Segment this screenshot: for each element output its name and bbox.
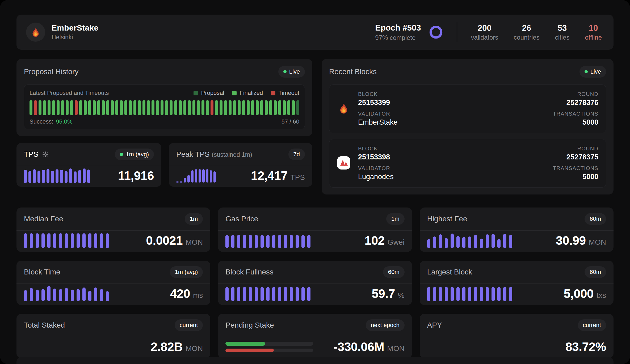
proposal-bar xyxy=(183,100,186,115)
proposal-bar xyxy=(206,100,209,115)
proposal-bar xyxy=(283,100,286,115)
block-left-col: BLOCK25153398VALIDATORLuganodes xyxy=(358,146,394,181)
card-pending-stake: Pending Stakenext epoch-330.06MMON xyxy=(218,314,412,358)
card-total-staked: Total Stakedcurrent2.82BMON xyxy=(16,314,210,358)
spark-bar xyxy=(255,235,258,248)
validator-logo-flame-icon xyxy=(26,23,45,42)
spark-bar xyxy=(439,234,442,248)
stake-progress xyxy=(225,342,313,352)
spark-bar xyxy=(187,175,190,183)
block-round-label: ROUND xyxy=(553,146,598,152)
stat-value: 26 xyxy=(514,23,539,33)
validator-identity[interactable]: EmberStake Helsinki xyxy=(26,23,98,42)
spark-bar xyxy=(53,289,56,301)
metric-value: 30.99 xyxy=(556,233,586,248)
proposal-bar xyxy=(88,100,91,115)
peak-tps-timeframe-badge: 7d xyxy=(288,149,305,160)
metric-sparkline xyxy=(427,233,512,248)
spark-bar xyxy=(65,171,68,183)
metric-unit: ms xyxy=(193,291,203,300)
spark-bar xyxy=(33,169,36,183)
spark-bar xyxy=(445,238,448,248)
timeframe-badge: current xyxy=(578,319,606,331)
metric-value: 102 xyxy=(365,233,385,248)
progress-track-red xyxy=(225,349,313,352)
spark-bar xyxy=(261,287,264,301)
metric-value-wrap: 30.99MON xyxy=(556,233,606,248)
spark-bar xyxy=(47,233,51,248)
spark-bar xyxy=(456,236,460,248)
metric-sparkline xyxy=(24,233,109,248)
metric-body: 102Gwei xyxy=(218,231,412,252)
spark-bar xyxy=(24,233,27,248)
epoch-info: Epoch #503 97% complete xyxy=(375,23,421,41)
spark-bar xyxy=(59,233,62,248)
stat-label: cities xyxy=(555,34,570,41)
metric-value: 420 xyxy=(170,286,190,301)
proposal-bar xyxy=(287,100,290,115)
spark-bar xyxy=(503,234,506,248)
metric-title: Total Staked xyxy=(24,321,65,329)
proposal-bar xyxy=(48,100,51,115)
spark-bar xyxy=(77,233,80,248)
proposal-bar xyxy=(70,100,73,115)
tps-title-row: TPS xyxy=(24,150,49,159)
metric-title: Pending Stake xyxy=(225,321,274,329)
live-label: Live xyxy=(590,68,601,75)
spark-bar xyxy=(199,169,201,183)
epoch-progress-text: 97% complete xyxy=(375,34,421,41)
metric-body: 0.0021MON xyxy=(16,231,210,252)
peak-tps-badge-label: 7d xyxy=(293,151,300,158)
card-apy: APYcurrent83.72% xyxy=(420,314,614,358)
metric-body: 59.7% xyxy=(218,284,412,305)
block-number-value: 25153398 xyxy=(358,153,394,161)
spark-bar xyxy=(480,239,483,248)
validator-name-block: EmberStake Helsinki xyxy=(52,23,98,41)
live-dot-icon xyxy=(120,153,123,156)
block-grid: BLOCK25153398VALIDATORLuganodesROUND2527… xyxy=(358,146,598,181)
spark-bar xyxy=(439,287,442,301)
validator-name: EmberStake xyxy=(52,23,98,32)
spark-bar xyxy=(509,287,512,301)
flame-icon xyxy=(337,101,351,116)
spark-bar xyxy=(100,289,103,301)
proposal-bar xyxy=(247,100,250,115)
stat-label: offline xyxy=(585,34,602,41)
block-grid: BLOCK25153399VALIDATOREmberStakeROUND252… xyxy=(358,91,598,126)
header-bar: EmberStake Helsinki Epoch #503 97% compl… xyxy=(16,15,614,50)
spark-bar xyxy=(284,287,287,301)
blocks-list: BLOCK25153399VALIDATOREmberStakeROUND252… xyxy=(329,84,606,188)
metric-value-wrap: 59.7% xyxy=(372,286,404,301)
spark-bar xyxy=(24,290,27,301)
block-right-col: ROUND25278376TRANSACTIONS5000 xyxy=(553,91,598,126)
metric-value: 59.7 xyxy=(372,286,395,301)
settings-gear-icon[interactable] xyxy=(42,151,49,158)
proposal-bar xyxy=(133,100,136,115)
legend-swatch-icon xyxy=(194,91,198,95)
proposal-bar xyxy=(152,100,154,115)
spark-bar xyxy=(184,178,186,183)
metric-value-wrap: 102Gwei xyxy=(365,233,405,248)
tps-sparkline xyxy=(24,168,90,183)
block-validator-label: VALIDATOR xyxy=(358,111,398,117)
success-row: Success:95.0% xyxy=(30,118,73,125)
card-largest-block: Largest Block60m5,000txs xyxy=(420,261,614,305)
block-round: ROUND25278376 xyxy=(553,91,598,107)
progress-fill-red xyxy=(225,349,274,352)
proposal-bar xyxy=(224,100,227,115)
card-peak-tps: Peak TPS(sustained 1m) 7d 12,417 TPS xyxy=(169,143,312,187)
block-row[interactable]: BLOCK25153399VALIDATOREmberStakeROUND252… xyxy=(329,84,606,133)
spark-bar xyxy=(225,235,229,248)
proposal-bar xyxy=(102,100,105,115)
spark-bar xyxy=(237,287,240,301)
top-grid: Proposal History Live Latest Proposed an… xyxy=(16,59,614,194)
progress-fill-green xyxy=(225,342,265,346)
spark-bar xyxy=(451,287,454,301)
spark-bar xyxy=(296,287,299,301)
block-row[interactable]: BLOCK25153398VALIDATORLuganodesROUND2527… xyxy=(329,139,606,188)
proposal-bar xyxy=(30,100,32,115)
proposal-bar xyxy=(165,100,168,115)
tps-badge-label: 1m (avg) xyxy=(126,151,149,158)
spark-bar xyxy=(106,291,109,301)
spark-bar xyxy=(53,233,56,248)
